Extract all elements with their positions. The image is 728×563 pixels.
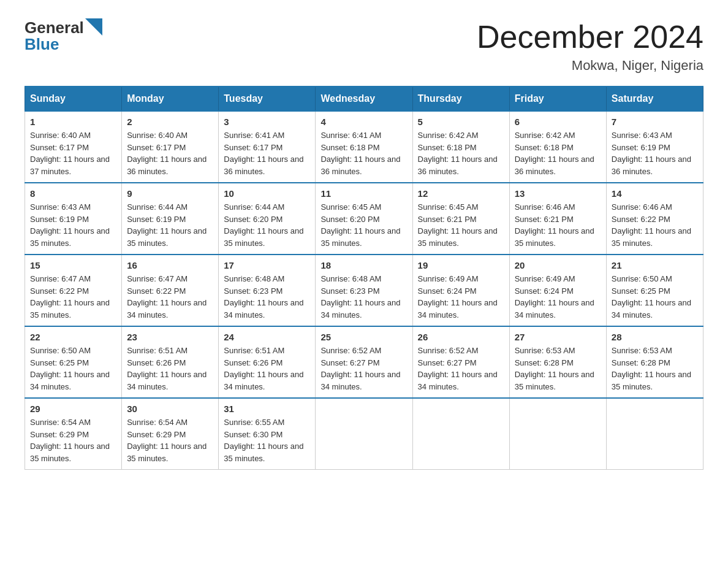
month-title: December 2024	[477, 18, 703, 55]
day-number: 1	[30, 117, 116, 127]
calendar-cell: 7Sunrise: 6:43 AMSunset: 6:19 PMDaylight…	[606, 111, 703, 183]
calendar-cell: 14Sunrise: 6:46 AMSunset: 6:22 PMDayligh…	[606, 183, 703, 255]
calendar-cell: 27Sunrise: 6:53 AMSunset: 6:28 PMDayligh…	[509, 326, 606, 398]
calendar-cell: 1Sunrise: 6:40 AMSunset: 6:17 PMDaylight…	[25, 111, 122, 183]
day-number: 26	[418, 332, 504, 342]
day-info: Sunrise: 6:40 AMSunset: 6:17 PMDaylight:…	[127, 129, 213, 177]
weekday-header-friday: Friday	[509, 86, 606, 111]
calendar-cell: 4Sunrise: 6:41 AMSunset: 6:18 PMDaylight…	[316, 111, 412, 183]
day-info: Sunrise: 6:44 AMSunset: 6:19 PMDaylight:…	[127, 201, 213, 249]
day-number: 18	[320, 260, 407, 270]
day-number: 3	[224, 117, 310, 127]
calendar-cell: 19Sunrise: 6:49 AMSunset: 6:24 PMDayligh…	[412, 255, 509, 326]
weekday-header-wednesday: Wednesday	[316, 86, 412, 111]
page-header: General Blue December 2024 Mokwa, Niger,…	[25, 18, 703, 74]
day-number: 21	[612, 260, 698, 270]
day-number: 17	[224, 260, 310, 270]
calendar-table: SundayMondayTuesdayWednesdayThursdayFrid…	[25, 86, 703, 470]
calendar-cell: 10Sunrise: 6:44 AMSunset: 6:20 PMDayligh…	[219, 183, 316, 255]
day-number: 8	[30, 188, 116, 199]
calendar-cell: 18Sunrise: 6:48 AMSunset: 6:23 PMDayligh…	[316, 255, 412, 326]
calendar-week-row: 1Sunrise: 6:40 AMSunset: 6:17 PMDaylight…	[25, 111, 703, 183]
calendar-cell: 2Sunrise: 6:40 AMSunset: 6:17 PMDaylight…	[122, 111, 219, 183]
calendar-cell: 13Sunrise: 6:46 AMSunset: 6:21 PMDayligh…	[509, 183, 606, 255]
day-number: 20	[515, 260, 601, 270]
calendar-cell: 24Sunrise: 6:51 AMSunset: 6:26 PMDayligh…	[219, 326, 316, 398]
calendar-cell: 29Sunrise: 6:54 AMSunset: 6:29 PMDayligh…	[25, 398, 122, 470]
day-info: Sunrise: 6:47 AMSunset: 6:22 PMDaylight:…	[127, 273, 213, 321]
day-info: Sunrise: 6:43 AMSunset: 6:19 PMDaylight:…	[30, 201, 116, 249]
weekday-header-sunday: Sunday	[25, 86, 122, 111]
day-number: 24	[224, 332, 310, 342]
day-number: 27	[515, 332, 601, 342]
day-number: 12	[418, 188, 504, 199]
day-info: Sunrise: 6:44 AMSunset: 6:20 PMDaylight:…	[224, 201, 310, 249]
day-info: Sunrise: 6:43 AMSunset: 6:19 PMDaylight:…	[612, 129, 698, 177]
calendar-cell: 26Sunrise: 6:52 AMSunset: 6:27 PMDayligh…	[412, 326, 509, 398]
day-number: 14	[612, 188, 698, 199]
day-info: Sunrise: 6:48 AMSunset: 6:23 PMDaylight:…	[320, 273, 407, 321]
day-info: Sunrise: 6:54 AMSunset: 6:29 PMDaylight:…	[127, 416, 213, 464]
calendar-cell: 16Sunrise: 6:47 AMSunset: 6:22 PMDayligh…	[122, 255, 219, 326]
calendar-week-row: 29Sunrise: 6:54 AMSunset: 6:29 PMDayligh…	[25, 398, 703, 470]
calendar-cell: 3Sunrise: 6:41 AMSunset: 6:17 PMDaylight…	[219, 111, 316, 183]
calendar-cell	[509, 398, 606, 470]
day-info: Sunrise: 6:50 AMSunset: 6:25 PMDaylight:…	[612, 273, 698, 321]
day-number: 13	[515, 188, 601, 199]
day-number: 7	[612, 117, 698, 127]
calendar-cell	[316, 398, 412, 470]
day-info: Sunrise: 6:47 AMSunset: 6:22 PMDaylight:…	[30, 273, 116, 321]
day-number: 6	[515, 117, 601, 127]
calendar-cell	[606, 398, 703, 470]
calendar-header: SundayMondayTuesdayWednesdayThursdayFrid…	[25, 86, 703, 111]
day-number: 29	[30, 404, 116, 414]
day-number: 25	[320, 332, 407, 342]
day-info: Sunrise: 6:49 AMSunset: 6:24 PMDaylight:…	[418, 273, 504, 321]
day-number: 30	[127, 404, 213, 414]
calendar-cell: 23Sunrise: 6:51 AMSunset: 6:26 PMDayligh…	[122, 326, 219, 398]
day-number: 11	[320, 188, 407, 199]
day-info: Sunrise: 6:52 AMSunset: 6:27 PMDaylight:…	[418, 345, 504, 393]
weekday-header-monday: Monday	[122, 86, 219, 111]
weekday-header-tuesday: Tuesday	[219, 86, 316, 111]
day-info: Sunrise: 6:46 AMSunset: 6:21 PMDaylight:…	[515, 201, 601, 249]
day-number: 10	[224, 188, 310, 199]
day-info: Sunrise: 6:42 AMSunset: 6:18 PMDaylight:…	[418, 129, 504, 177]
day-info: Sunrise: 6:49 AMSunset: 6:24 PMDaylight:…	[515, 273, 601, 321]
calendar-week-row: 22Sunrise: 6:50 AMSunset: 6:25 PMDayligh…	[25, 326, 703, 398]
location-subtitle: Mokwa, Niger, Nigeria	[477, 58, 703, 74]
day-info: Sunrise: 6:41 AMSunset: 6:17 PMDaylight:…	[224, 129, 310, 177]
day-info: Sunrise: 6:51 AMSunset: 6:26 PMDaylight:…	[127, 345, 213, 393]
day-info: Sunrise: 6:51 AMSunset: 6:26 PMDaylight:…	[224, 345, 310, 393]
day-info: Sunrise: 6:50 AMSunset: 6:25 PMDaylight:…	[30, 345, 116, 393]
day-info: Sunrise: 6:45 AMSunset: 6:21 PMDaylight:…	[418, 201, 504, 249]
calendar-week-row: 8Sunrise: 6:43 AMSunset: 6:19 PMDaylight…	[25, 183, 703, 255]
svg-marker-0	[85, 18, 102, 36]
day-number: 19	[418, 260, 504, 270]
calendar-cell: 15Sunrise: 6:47 AMSunset: 6:22 PMDayligh…	[25, 255, 122, 326]
weekday-header-row: SundayMondayTuesdayWednesdayThursdayFrid…	[25, 86, 703, 111]
day-info: Sunrise: 6:53 AMSunset: 6:28 PMDaylight:…	[612, 345, 698, 393]
calendar-cell: 17Sunrise: 6:48 AMSunset: 6:23 PMDayligh…	[219, 255, 316, 326]
day-number: 4	[320, 117, 407, 127]
day-info: Sunrise: 6:52 AMSunset: 6:27 PMDaylight:…	[320, 345, 407, 393]
calendar-week-row: 15Sunrise: 6:47 AMSunset: 6:22 PMDayligh…	[25, 255, 703, 326]
title-area: December 2024 Mokwa, Niger, Nigeria	[477, 18, 703, 74]
calendar-cell: 25Sunrise: 6:52 AMSunset: 6:27 PMDayligh…	[316, 326, 412, 398]
logo-arrow-icon	[85, 18, 104, 37]
logo-blue-text: Blue	[25, 35, 104, 54]
calendar-cell: 12Sunrise: 6:45 AMSunset: 6:21 PMDayligh…	[412, 183, 509, 255]
weekday-header-saturday: Saturday	[606, 86, 703, 111]
calendar-cell: 9Sunrise: 6:44 AMSunset: 6:19 PMDaylight…	[122, 183, 219, 255]
calendar-cell: 5Sunrise: 6:42 AMSunset: 6:18 PMDaylight…	[412, 111, 509, 183]
day-number: 9	[127, 188, 213, 199]
calendar-cell: 6Sunrise: 6:42 AMSunset: 6:18 PMDaylight…	[509, 111, 606, 183]
day-info: Sunrise: 6:40 AMSunset: 6:17 PMDaylight:…	[30, 129, 116, 177]
day-info: Sunrise: 6:42 AMSunset: 6:18 PMDaylight:…	[515, 129, 601, 177]
calendar-cell	[412, 398, 509, 470]
day-number: 28	[612, 332, 698, 342]
weekday-header-thursday: Thursday	[412, 86, 509, 111]
day-number: 22	[30, 332, 116, 342]
calendar-cell: 22Sunrise: 6:50 AMSunset: 6:25 PMDayligh…	[25, 326, 122, 398]
day-number: 23	[127, 332, 213, 342]
